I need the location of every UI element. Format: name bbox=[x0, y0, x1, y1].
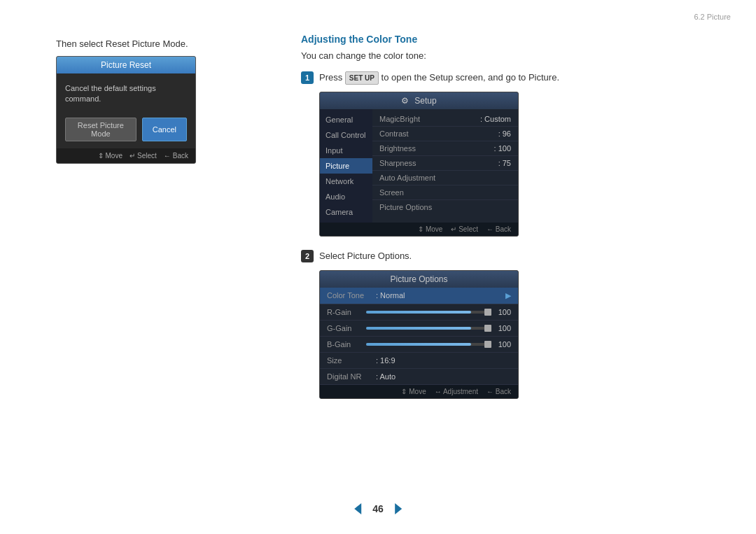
options-footer: ⇕ Move ↔ Adjustment ← Back bbox=[320, 385, 518, 398]
bottom-navigation: 46 bbox=[354, 503, 402, 514]
setup-main: MagicBright: Custom Contrast: 96 Brightn… bbox=[372, 109, 518, 223]
footer-move-label: ⇕ Move bbox=[401, 388, 426, 395]
setup-row-auto-adjustment: Auto Adjustment bbox=[372, 171, 518, 185]
step-2: 2 Select Picture Options. bbox=[301, 249, 693, 263]
r-gain-row: R-Gain 100 bbox=[320, 304, 518, 321]
picture-reset-dialog: Picture Reset Cancel the default setting… bbox=[56, 56, 196, 164]
left-section: Then select Reset Picture Mode. Picture … bbox=[56, 38, 252, 164]
g-gain-thumb bbox=[484, 325, 491, 332]
b-gain-label: B-Gain bbox=[327, 340, 362, 349]
color-tone-label: Color Tone bbox=[327, 291, 376, 300]
setup-screen: Setup General Call Control Input Picture… bbox=[319, 92, 519, 237]
b-gain-value: 100 bbox=[493, 340, 511, 349]
options-row-color-tone[interactable]: Color Tone : Normal ▶ bbox=[320, 288, 518, 304]
footer-move-label: ⇕ Move bbox=[418, 225, 442, 233]
r-gain-label: R-Gain bbox=[327, 308, 362, 316]
setup-row-sharpness: Sharpness: 75 bbox=[372, 156, 518, 171]
setup-row-picture-options: Picture Options bbox=[372, 200, 518, 214]
setup-key: SET UP bbox=[345, 71, 379, 85]
r-gain-slider[interactable] bbox=[366, 311, 489, 314]
g-gain-value: 100 bbox=[493, 324, 511, 332]
b-gain-thumb bbox=[484, 341, 491, 348]
b-gain-slider[interactable] bbox=[366, 343, 489, 346]
dialog-buttons: Reset Picture Mode Cancel bbox=[57, 112, 195, 148]
g-gain-row: G-Gain 100 bbox=[320, 321, 518, 337]
color-tone-value: : Normal bbox=[376, 291, 505, 300]
gear-icon bbox=[401, 96, 411, 106]
left-section-title: Then select Reset Picture Mode. bbox=[56, 38, 252, 49]
dialog-body: Cancel the default settings command. bbox=[57, 73, 195, 112]
setup-titlebar: Setup bbox=[320, 92, 518, 109]
footer-move: ⇕ Move bbox=[98, 152, 122, 160]
cancel-button[interactable]: Cancel bbox=[142, 118, 187, 141]
size-value: : 16:9 bbox=[376, 356, 511, 365]
footer-back-label: ← Back bbox=[486, 388, 511, 395]
step-1-text: Press SET UP to open the Setup screen, a… bbox=[319, 71, 559, 85]
r-gain-thumb bbox=[484, 309, 491, 316]
size-label: Size bbox=[327, 356, 376, 365]
section-heading: Adjusting the Color Tone bbox=[301, 34, 693, 45]
setup-sidebar: General Call Control Input Picture Netwo… bbox=[320, 109, 372, 223]
options-row-size: Size : 16:9 bbox=[320, 353, 518, 369]
page-number: 6.2 Picture bbox=[694, 13, 731, 21]
next-page-button[interactable] bbox=[395, 503, 402, 514]
sidebar-item-camera[interactable]: Camera bbox=[320, 204, 372, 220]
options-titlebar: Picture Options bbox=[320, 271, 518, 288]
step-1-number: 1 bbox=[301, 71, 314, 84]
sidebar-item-input[interactable]: Input bbox=[320, 143, 372, 158]
footer-back: ← Back bbox=[164, 152, 188, 160]
setup-row-magicbright: MagicBright: Custom bbox=[372, 112, 518, 127]
digital-nr-label: Digital NR bbox=[327, 372, 376, 381]
r-gain-fill bbox=[366, 311, 471, 314]
step-2-text: Select Picture Options. bbox=[319, 249, 412, 263]
footer-select-label: ↵ Select bbox=[451, 225, 478, 233]
step-2-number: 2 bbox=[301, 250, 314, 262]
setup-row-contrast: Contrast: 96 bbox=[372, 127, 518, 141]
reset-picture-mode-button[interactable]: Reset Picture Mode bbox=[65, 118, 136, 141]
arrow-right-icon: ▶ bbox=[505, 291, 511, 300]
sidebar-item-call-control[interactable]: Call Control bbox=[320, 127, 372, 143]
footer-adjust-label: ↔ Adjustment bbox=[435, 388, 478, 395]
b-gain-row: B-Gain 100 bbox=[320, 337, 518, 353]
setup-row-brightness: Brightness: 100 bbox=[372, 141, 518, 156]
previous-page-button[interactable] bbox=[354, 503, 361, 514]
b-gain-fill bbox=[366, 343, 471, 346]
dialog-titlebar: Picture Reset bbox=[57, 57, 195, 73]
g-gain-label: G-Gain bbox=[327, 324, 362, 332]
right-section: Adjusting the Color Tone You can change … bbox=[301, 34, 693, 399]
g-gain-slider[interactable] bbox=[366, 327, 489, 330]
sidebar-item-network[interactable]: Network bbox=[320, 174, 372, 189]
r-gain-value: 100 bbox=[493, 308, 511, 316]
current-page-number: 46 bbox=[372, 503, 384, 514]
options-screen: Picture Options Color Tone : Normal ▶ R-… bbox=[319, 270, 519, 399]
setup-row-screen: Screen bbox=[372, 185, 518, 200]
g-gain-fill bbox=[366, 327, 471, 330]
footer-back-label: ← Back bbox=[486, 225, 511, 233]
sidebar-item-general[interactable]: General bbox=[320, 112, 372, 127]
setup-content: General Call Control Input Picture Netwo… bbox=[320, 109, 518, 223]
step-1: 1 Press SET UP to open the Setup screen,… bbox=[301, 71, 693, 85]
options-row-digital-nr: Digital NR : Auto bbox=[320, 369, 518, 385]
sidebar-item-picture[interactable]: Picture bbox=[320, 158, 372, 174]
section-description: You can change the color tone: bbox=[301, 50, 693, 61]
sidebar-item-audio[interactable]: Audio bbox=[320, 189, 372, 204]
digital-nr-value: : Auto bbox=[376, 372, 511, 381]
setup-footer: ⇕ Move ↵ Select ← Back bbox=[320, 223, 518, 236]
dialog-footer: ⇕ Move ↵ Select ← Back bbox=[57, 148, 195, 163]
footer-select: ↵ Select bbox=[130, 152, 157, 160]
